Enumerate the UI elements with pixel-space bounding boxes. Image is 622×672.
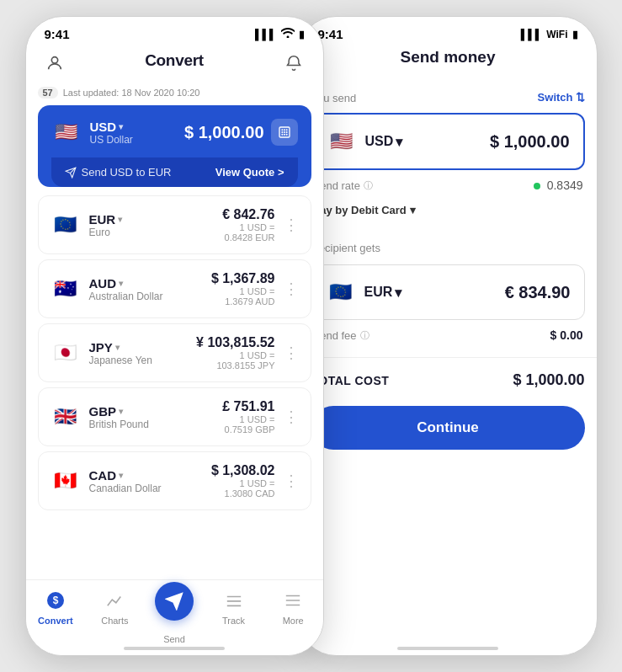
- item-right-aud: $ 1,367.89 1 USD = 1.3679 AUD ⋮: [211, 271, 299, 307]
- wifi-icon-2: WiFi: [546, 29, 567, 40]
- continue-button[interactable]: Continue: [311, 406, 585, 450]
- jpy-amounts: ¥ 103,815.52 1 USD = 103.8155 JPY: [196, 335, 274, 371]
- cad-dropdown[interactable]: ▾: [119, 471, 123, 480]
- list-item[interactable]: 🇨🇦 CAD ▾ Canadian Dollar $ 1,308.02: [38, 451, 311, 510]
- total-cost-bar: TOTAL COST $ 1,000.00: [300, 357, 597, 403]
- update-text: Last updated: 18 Nov 2020 10:20: [63, 88, 200, 98]
- signal-icon-2: ▌▌▌: [521, 29, 543, 40]
- cad-more-icon[interactable]: ⋮: [284, 472, 299, 490]
- send-label: Send USD to EUR: [65, 166, 172, 179]
- jpy-rate: 1 USD = 103.8155 JPY: [196, 350, 274, 371]
- gbp-label: GBP ▾ British Pound: [89, 404, 149, 430]
- eur-chevron-icon: ▾: [395, 285, 401, 301]
- send-fee-row: Send fee ⓘ $ 0.00: [311, 320, 585, 350]
- view-quote-btn[interactable]: View Quote >: [215, 166, 284, 179]
- eur-recipient-dropdown[interactable]: EUR ▾: [364, 285, 402, 301]
- eur-rate: 1 USD = 0.8428 EUR: [222, 222, 274, 243]
- item-left-gbp: 🇬🇧 GBP ▾ British Pound: [51, 402, 149, 432]
- aud-amount: $ 1,367.89: [211, 271, 275, 286]
- send-money-title: Send money: [401, 48, 496, 67]
- send-nav-label: Send: [163, 634, 185, 644]
- you-send-card[interactable]: 🇺🇸 USD ▾ $ 1,000.00: [311, 113, 585, 170]
- switch-button[interactable]: Switch ⇅: [538, 91, 585, 104]
- item-right-cad: $ 1,308.02 1 USD = 1.3080 CAD ⋮: [211, 463, 299, 499]
- app-header-1: Convert: [26, 45, 323, 87]
- bell-icon-btn[interactable]: [280, 50, 307, 77]
- usd-dropdown-icon[interactable]: ▾: [119, 122, 123, 131]
- item-right-eur: € 842.76 1 USD = 0.8428 EUR ⋮: [222, 207, 298, 243]
- more-icon: [281, 589, 305, 612]
- recipient-left: 🇪🇺 EUR ▾: [326, 277, 402, 307]
- recipient-card[interactable]: 🇪🇺 EUR ▾ € 834.90: [311, 264, 585, 320]
- usd-send-dropdown[interactable]: USD ▾: [365, 134, 403, 150]
- item-left-jpy: 🇯🇵 JPY ▾ Japanese Yen: [51, 338, 152, 368]
- gbp-dropdown[interactable]: ▾: [119, 407, 123, 416]
- item-left-cad: 🇨🇦 CAD ▾ Canadian Dollar: [51, 466, 162, 496]
- battery-icon-2: ▮: [572, 29, 578, 40]
- main-currency-row: 🇺🇸 USD ▾ US Dollar $ 1,000.00: [51, 117, 298, 147]
- gbp-code: GBP ▾: [89, 404, 149, 419]
- send-icon: [155, 582, 194, 621]
- charts-nav-label: Charts: [101, 616, 128, 626]
- send-money-header: Send money: [300, 45, 597, 75]
- status-bar-1: 9:41 ▌▌▌ ▮: [26, 17, 323, 45]
- list-item[interactable]: 🇦🇺 AUD ▾ Australian Dollar $ 1,367.89: [38, 259, 311, 318]
- jpy-dropdown[interactable]: ▾: [115, 343, 120, 352]
- phone-convert: 9:41 ▌▌▌ ▮ Convert: [25, 16, 324, 656]
- calculator-icon-btn[interactable]: [271, 119, 298, 146]
- you-send-amount: $ 1,000.00: [490, 132, 570, 152]
- send-bar[interactable]: Send USD to EUR View Quote >: [51, 157, 298, 187]
- eur-dropdown[interactable]: ▾: [118, 215, 122, 224]
- time-1: 9:41: [45, 27, 70, 41]
- jpy-label: JPY ▾ Japanese Yen: [89, 340, 152, 366]
- aud-code: AUD ▾: [89, 276, 163, 291]
- gbp-amounts: £ 751.91 1 USD = 0.7519 GBP: [222, 399, 274, 435]
- main-currency-card[interactable]: 🇺🇸 USD ▾ US Dollar $ 1,000.00: [38, 105, 311, 187]
- nav-item-convert[interactable]: $ Convert: [26, 589, 86, 626]
- wifi-icon: [281, 28, 295, 40]
- usd-label: USD ▾ US Dollar: [90, 120, 133, 146]
- eur-more-icon[interactable]: ⋮: [284, 216, 299, 234]
- recipient-section: Recipient gets 🇪🇺 EUR ▾ € 834.90: [311, 235, 585, 350]
- jpy-more-icon[interactable]: ⋮: [284, 344, 299, 362]
- nav-item-track[interactable]: Track: [204, 589, 263, 626]
- aud-rate: 1 USD = 1.3679 AUD: [211, 286, 275, 307]
- aud-label: AUD ▾ Australian Dollar: [89, 276, 163, 302]
- screen1-content: 57 Last updated: 18 Nov 2020 10:20 🇺🇸 US…: [26, 87, 323, 624]
- list-item[interactable]: 🇯🇵 JPY ▾ Japanese Yen ¥ 103,815.52: [38, 323, 311, 382]
- jpy-code: JPY ▾: [89, 340, 152, 355]
- bottom-nav-1: $ Convert Charts Send: [26, 579, 323, 655]
- item-left-aud: 🇦🇺 AUD ▾ Australian Dollar: [51, 274, 163, 304]
- update-badge: 57: [38, 87, 58, 99]
- aud-flag: 🇦🇺: [51, 274, 81, 304]
- cad-label: CAD ▾ Canadian Dollar: [89, 468, 162, 494]
- list-item[interactable]: 🇬🇧 GBP ▾ British Pound £ 751.91: [38, 387, 311, 446]
- send-rate-row: Send rate ⓘ 0.8349: [311, 170, 585, 200]
- aud-dropdown[interactable]: ▾: [119, 279, 123, 288]
- nav-item-more[interactable]: More: [263, 589, 323, 626]
- total-cost-value: $ 1,000.00: [513, 371, 584, 389]
- page-title-1: Convert: [130, 48, 219, 78]
- fee-info-icon[interactable]: ⓘ: [360, 329, 369, 342]
- nav-item-send[interactable]: Send: [145, 589, 205, 644]
- list-item[interactable]: 🇪🇺 EUR ▾ Euro € 842.76: [38, 195, 311, 254]
- charts-icon: [103, 589, 126, 612]
- status-icons-2: ▌▌▌ WiFi ▮: [521, 29, 578, 40]
- cad-amount: $ 1,308.02: [211, 463, 275, 478]
- item-right-gbp: £ 751.91 1 USD = 0.7519 GBP ⋮: [222, 399, 298, 435]
- pay-debit-card-btn[interactable]: Pay by Debit Card ▾: [313, 204, 416, 216]
- cad-code: CAD ▾: [89, 468, 162, 483]
- main-currency-info: 🇺🇸 USD ▾ US Dollar: [51, 117, 133, 147]
- scene: 9:41 ▌▌▌ ▮ Convert: [0, 0, 622, 672]
- cad-flag: 🇨🇦: [51, 466, 81, 496]
- track-icon: [222, 589, 246, 612]
- pay-method-row: Pay by Debit Card ▾: [311, 200, 585, 225]
- main-amount: $ 1,000.00: [184, 123, 264, 142]
- profile-icon-btn[interactable]: [41, 50, 68, 77]
- eur-name: Euro: [89, 227, 123, 238]
- aud-more-icon[interactable]: ⋮: [284, 280, 299, 298]
- aud-name: Australian Dollar: [89, 291, 163, 302]
- nav-item-charts[interactable]: Charts: [85, 589, 145, 626]
- rate-info-icon[interactable]: ⓘ: [364, 179, 373, 192]
- gbp-more-icon[interactable]: ⋮: [284, 408, 299, 426]
